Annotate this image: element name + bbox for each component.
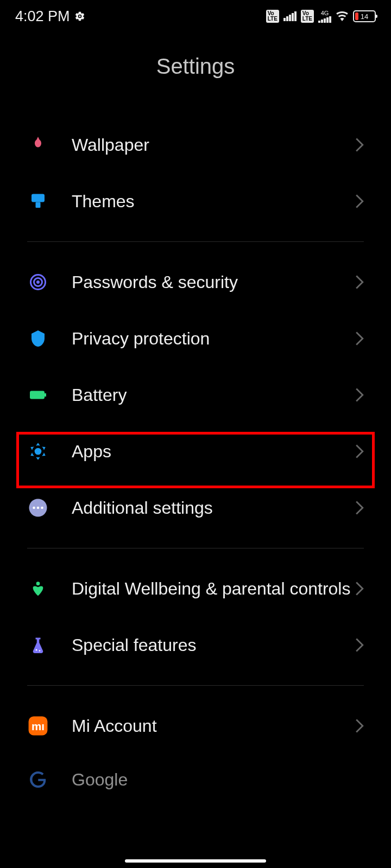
gear-icon (74, 11, 85, 22)
setting-item-themes[interactable]: Themes (27, 173, 364, 229)
battery-indicator: 14 (353, 10, 376, 22)
chevron-right-icon (355, 194, 364, 208)
chevron-right-icon (355, 388, 364, 402)
setting-label: Special features (72, 634, 355, 656)
chevron-right-icon (355, 331, 364, 346)
flask-icon (27, 634, 49, 656)
settings-list: Wallpaper Themes Passwords & security (0, 117, 391, 810)
chevron-right-icon (355, 275, 364, 289)
setting-label: Digital Wellbeing & parental controls (72, 578, 355, 599)
chevron-right-icon (355, 719, 364, 733)
wallpaper-icon (27, 134, 49, 156)
setting-item-apps[interactable]: Apps (27, 423, 364, 480)
setting-item-mi-account[interactable]: mı Mi Account (27, 698, 364, 754)
page-title: Settings (0, 33, 391, 117)
status-left: 4:02 PM (15, 8, 85, 25)
setting-item-privacy[interactable]: Privacy protection (27, 310, 364, 367)
setting-label: Apps (72, 441, 355, 462)
signal-bars-2 (318, 16, 331, 23)
svg-point-4 (37, 282, 39, 283)
svg-rect-0 (31, 194, 45, 202)
shield-icon (27, 328, 49, 349)
google-logo-icon (27, 769, 49, 790)
network-type: 4G (321, 10, 329, 16)
svg-rect-1 (36, 202, 41, 208)
chevron-right-icon (355, 444, 364, 458)
setting-item-passwords[interactable]: Passwords & security (27, 254, 364, 310)
setting-label: Battery (72, 384, 355, 406)
svg-point-9 (37, 507, 40, 509)
svg-point-10 (41, 507, 43, 509)
setting-label: Additional settings (72, 497, 355, 519)
wifi-icon (336, 10, 349, 23)
setting-item-google[interactable]: Google (27, 754, 364, 810)
themes-icon (27, 190, 49, 212)
setting-item-wellbeing[interactable]: Digital Wellbeing & parental controls (27, 560, 364, 617)
divider (27, 241, 364, 242)
divider (27, 548, 364, 548)
chevron-right-icon (355, 638, 364, 652)
chevron-right-icon (355, 501, 364, 515)
nav-indicator[interactable] (125, 859, 266, 863)
svg-text:mı: mı (31, 720, 45, 732)
svg-rect-6 (45, 393, 46, 397)
chevron-right-icon (355, 582, 364, 596)
svg-point-12 (36, 649, 37, 651)
setting-label: Wallpaper (72, 134, 355, 156)
status-right: VoLTE VoLTE 4G 14 (266, 10, 376, 23)
volte-badge-2: VoLTE (301, 10, 314, 23)
svg-point-8 (33, 507, 35, 509)
setting-label: Google (72, 769, 364, 790)
mi-logo-icon: mı (27, 715, 49, 737)
setting-label: Mi Account (72, 715, 355, 737)
status-time: 4:02 PM (15, 8, 70, 25)
more-icon (27, 497, 49, 519)
divider (27, 685, 364, 686)
svg-point-11 (36, 582, 40, 585)
battery-icon (27, 384, 49, 406)
status-bar: 4:02 PM VoLTE VoLTE 4G (0, 0, 391, 33)
setting-item-additional[interactable]: Additional settings (27, 480, 364, 536)
setting-label: Privacy protection (72, 328, 355, 349)
setting-label: Themes (72, 190, 355, 212)
battery-percent: 14 (361, 12, 368, 21)
setting-item-special[interactable]: Special features (27, 617, 364, 673)
setting-label: Passwords & security (72, 271, 355, 293)
signal-bars-1 (283, 11, 297, 21)
svg-rect-5 (30, 391, 45, 399)
setting-item-wallpaper[interactable]: Wallpaper (27, 117, 364, 173)
wellbeing-icon (27, 578, 49, 599)
fingerprint-icon (27, 271, 49, 293)
setting-item-battery[interactable]: Battery (27, 367, 364, 423)
volte-badge-1: VoLTE (266, 10, 279, 23)
svg-point-13 (39, 650, 40, 651)
chevron-right-icon (355, 138, 364, 152)
apps-gear-icon (27, 441, 49, 462)
